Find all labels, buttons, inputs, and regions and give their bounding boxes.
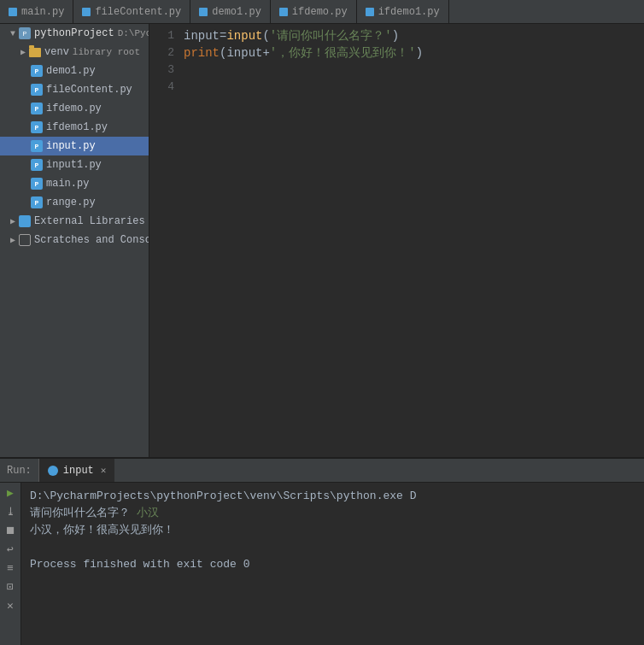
tab-demo1-py[interactable]: demo1.py: [190, 0, 271, 23]
sidebar-item-demo1[interactable]: P demo1.py: [0, 62, 149, 80]
output-blank-line: [30, 539, 635, 556]
tab-label: ifdemo.py: [292, 6, 348, 18]
run-tab-label: input: [63, 465, 94, 477]
sidebar-item-venv[interactable]: ▶ venv library root: [0, 43, 149, 62]
venv-sublabel: library root: [73, 47, 140, 57]
settings-button[interactable]: ≡: [2, 560, 19, 577]
run-tab-input[interactable]: input ✕: [39, 459, 115, 482]
run-tab-icon: [48, 466, 58, 476]
line-number: 3: [149, 62, 174, 79]
code-line-4: [184, 79, 644, 96]
py-file-icon: P: [31, 103, 43, 114]
project-name: pythonProject: [34, 27, 114, 39]
bottom-tab-bar: Run: input ✕: [0, 459, 644, 483]
sidebar-item-ifdemo[interactable]: P ifdemo.py: [0, 99, 149, 118]
tab-label: fileContent.py: [95, 6, 181, 18]
output-path-line: D:\PycharmProjects\pythonProject\venv\Sc…: [30, 488, 635, 505]
tab-main-py[interactable]: main.py: [0, 0, 73, 23]
project-path: D:\Pycha...: [118, 28, 149, 38]
py-file-icon: P: [31, 196, 43, 208]
sidebar-item-range[interactable]: P range.py: [0, 193, 149, 212]
file-name: main.py: [46, 178, 89, 190]
py-file-icon: P: [31, 159, 43, 171]
expand-arrow-icon: ▶: [20, 47, 26, 57]
sidebar: ▼ P pythonProject D:\Pycha... ▶ venv lib…: [0, 24, 149, 457]
sidebar-item-main[interactable]: P main.py: [0, 174, 149, 193]
code-line-2: print(input+'，你好！很高兴见到你！'): [184, 44, 644, 62]
print-button[interactable]: ⊡: [2, 578, 19, 595]
sidebar-item-external-libraries[interactable]: ▶ External Libraries: [0, 212, 149, 231]
close-tab-button[interactable]: ✕: [101, 465, 107, 476]
sidebar-item-project[interactable]: ▼ P pythonProject D:\Pycha...: [0, 24, 149, 43]
file-name: fileContent.py: [46, 84, 132, 96]
expand-arrow-icon: ▶: [10, 216, 15, 226]
line-number: 4: [149, 79, 174, 96]
tab-label: main.py: [21, 6, 64, 18]
output-question-line: 请问你叫什么名字？ 小汉: [30, 505, 635, 522]
file-name: demo1.py: [46, 65, 96, 77]
output-area: ▶ ⤓ ⏹ ↩ ≡ ⊡ ✕ D:\PycharmProjects\pythonP…: [0, 483, 644, 645]
py-file-icon: [199, 8, 208, 16]
sidebar-item-input1[interactable]: P input1.py: [0, 155, 149, 174]
project-icon: P: [19, 27, 31, 39]
scratch-icon: [19, 234, 31, 246]
tab-filecontent-py[interactable]: fileContent.py: [73, 0, 190, 23]
output-process-line: Process finished with exit code 0: [30, 556, 635, 573]
tab-bar: main.py fileContent.py demo1.py ifdemo.p…: [0, 0, 644, 24]
tab-ifdemo-py[interactable]: ifdemo.py: [271, 0, 357, 23]
code-content[interactable]: input=input('请问你叫什么名字？') print(input+'，你…: [184, 27, 644, 96]
line-number: 2: [149, 44, 174, 62]
sidebar-item-filecontent[interactable]: P fileContent.py: [0, 80, 149, 99]
external-lib-icon: [19, 215, 31, 227]
py-file-icon: [279, 8, 288, 16]
external-libraries-label: External Libraries: [34, 215, 145, 227]
run-label: Run:: [0, 459, 39, 482]
py-file-icon: P: [31, 84, 43, 96]
code-line-1: input=input('请问你叫什么名字？'): [184, 27, 644, 44]
tab-label: demo1.py: [212, 6, 261, 18]
file-name: input1.py: [46, 159, 102, 171]
py-file-icon: P: [31, 140, 43, 152]
close-button[interactable]: ✕: [2, 597, 19, 614]
scratches-label: Scratches and Consoles: [34, 234, 149, 246]
output-content: D:\PycharmProjects\pythonProject\venv\Sc…: [21, 483, 644, 645]
code-line-3: [184, 62, 644, 79]
bottom-panel: Run: input ✕ ▶ ⤓ ⏹ ↩ ≡ ⊡ ✕ D:\PycharmPro…: [0, 457, 644, 645]
sidebar-item-scratches[interactable]: ▶ Scratches and Consoles: [0, 231, 149, 249]
file-name: ifdemo.py: [46, 103, 102, 114]
venv-label: venv: [44, 46, 69, 58]
tab-ifdemo1-py[interactable]: ifdemo1.py: [357, 0, 449, 23]
py-file-icon: [366, 8, 374, 16]
run-toolbar: ▶ ⤓ ⏹ ↩ ≡ ⊡ ✕: [0, 483, 21, 645]
run-button[interactable]: ▶: [2, 484, 19, 501]
output-result-line: 小汉，你好！很高兴见到你！: [30, 522, 635, 539]
file-name: input.py: [46, 140, 96, 152]
expand-arrow-icon: ▶: [10, 235, 15, 245]
pause-button[interactable]: ⤓: [2, 503, 19, 520]
line-numbers: 1 2 3 4: [149, 24, 179, 96]
stop-button[interactable]: ⏹: [2, 522, 19, 539]
rerun-button[interactable]: ↩: [2, 541, 19, 558]
folder-icon: [29, 48, 41, 57]
file-name: range.py: [46, 196, 96, 208]
tab-label: ifdemo1.py: [378, 6, 440, 18]
expand-arrow-icon: ▼: [10, 29, 15, 38]
py-file-icon: P: [31, 121, 43, 133]
editor-area[interactable]: 1 2 3 4 input=input('请问你叫什么名字？') print(i…: [149, 24, 644, 457]
py-file-icon: P: [31, 178, 43, 190]
main-area: ▼ P pythonProject D:\Pycha... ▶ venv lib…: [0, 24, 644, 457]
line-number: 1: [149, 27, 174, 44]
py-file-icon: P: [31, 65, 43, 77]
file-name: ifdemo1.py: [46, 121, 108, 133]
sidebar-item-ifdemo1[interactable]: P ifdemo1.py: [0, 118, 149, 137]
sidebar-item-input[interactable]: P input.py: [0, 137, 149, 155]
py-file-icon: [9, 8, 17, 16]
py-file-icon: [82, 8, 91, 16]
